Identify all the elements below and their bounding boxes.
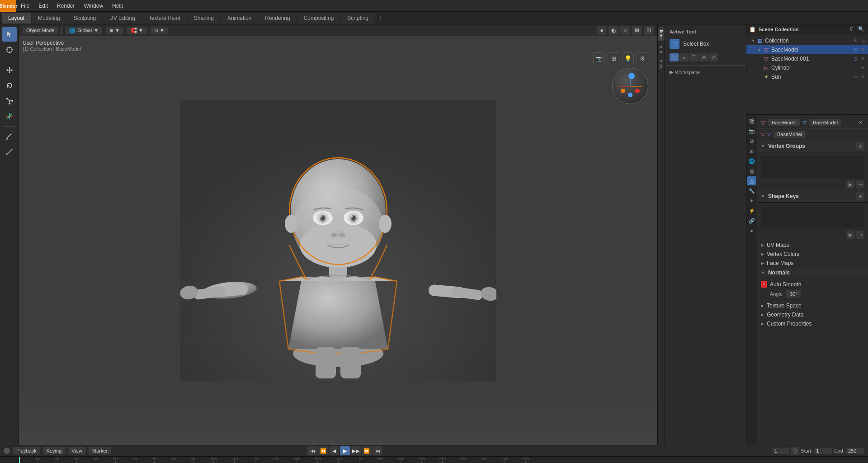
auto-smooth-checkbox[interactable]: ✓ [761, 281, 767, 288]
prev-keyframe-button[interactable]: ⏪ [318, 446, 328, 455]
n-tab-item[interactable]: Item [658, 27, 665, 41]
step-back-button[interactable]: ◀ [329, 446, 339, 455]
grid-view-button[interactable]: ⊞ [608, 52, 619, 64]
record-button[interactable] [4, 448, 10, 454]
vertex-groups-add-button[interactable]: + [856, 142, 864, 150]
custom-properties-section-header[interactable]: ▶ Custom Properties [757, 319, 868, 328]
tool-rotate[interactable] [2, 78, 17, 93]
menu-edit[interactable]: Edit [34, 0, 52, 11]
tool-move[interactable] [2, 63, 17, 77]
sun-vis[interactable]: 👁 [860, 74, 866, 80]
step-forward-button[interactable]: ▶▶ [351, 446, 361, 455]
geometry-data-section-header[interactable]: ▶ Geometry Data [757, 310, 868, 319]
tab-layout[interactable]: Layout [2, 13, 31, 24]
play-button[interactable]: ▶ [340, 446, 350, 455]
viewport-xray-button[interactable]: ⊡ [644, 26, 654, 35]
view-button[interactable]: View [68, 447, 86, 454]
bm001-filter[interactable]: ▽ [853, 56, 859, 62]
angle-value[interactable]: 30° [786, 290, 801, 298]
shape-keys-section-header[interactable]: ▼ Shape Keys + [757, 190, 868, 203]
props-tab-physics[interactable]: ⚡ [747, 206, 756, 215]
tool-annotate[interactable] [2, 129, 17, 144]
props-tab-view-layer[interactable]: ⊞ [747, 146, 756, 156]
viewport-shading-material[interactable]: ◐ [609, 26, 618, 35]
props-tab-object[interactable]: ▧ [747, 166, 756, 175]
end-frame-input[interactable]: 250 [846, 448, 864, 454]
navigation-gizmo[interactable] [612, 68, 648, 104]
tool-scale[interactable] [2, 94, 17, 108]
n-tab-tool[interactable]: Tool [658, 42, 665, 56]
shape-keys-add-button[interactable]: + [856, 192, 864, 200]
expand-basemodel[interactable]: ▼ [756, 47, 763, 53]
tree-item-sun[interactable]: ☀ Sun ⚙ 👁 [746, 72, 868, 81]
props-tab-scene[interactable]: 🎬 [747, 117, 756, 126]
proportional-edit-button[interactable]: ⊙ ▼ [151, 27, 168, 34]
props-tab-particles[interactable]: ✦ [747, 196, 756, 205]
playback-button[interactable]: Playback [13, 447, 40, 454]
jump-start-button[interactable]: ⏮ [307, 446, 317, 455]
select-mode-box[interactable]: ⬚ [670, 53, 679, 61]
n-tab-view[interactable]: View [658, 57, 665, 72]
select-mode-circle[interactable]: ○ [679, 53, 689, 61]
props-close-button[interactable]: ✕ [856, 118, 864, 127]
workspace-section[interactable]: ▶ Workspace [665, 67, 746, 77]
basemodel-visibility[interactable]: 👁 [860, 47, 866, 53]
tab-uv-editing[interactable]: UV Editing [103, 13, 142, 24]
select-mode-lasso[interactable]: ⌒ [689, 53, 698, 61]
tab-scripting[interactable]: Scripting [341, 13, 375, 24]
sk-btn-1[interactable]: ▶ [846, 231, 854, 239]
select-mode-extra1[interactable]: ⊕ [699, 53, 708, 61]
outliner-filter-button[interactable]: ⊽ [847, 25, 855, 33]
settings-button[interactable]: ⚙ [637, 52, 648, 64]
sun-gear[interactable]: ⚙ [853, 74, 859, 80]
object-mode-button[interactable]: Object Mode [23, 27, 58, 34]
props-tab-constraints[interactable]: 🔗 [747, 216, 756, 225]
select-box-item[interactable]: ⬚ Select Box [665, 36, 746, 52]
keying-button[interactable]: Keying [43, 447, 66, 454]
tree-item-collection[interactable]: ▼ ▦ Collection 👁 ⊕ [746, 36, 868, 45]
tree-item-cylinder[interactable]: ▷ Cylinder 👁 [746, 63, 868, 72]
viewport-overlays-button[interactable]: ⊞ [632, 26, 642, 35]
props-tab-modifier[interactable]: 🔧 [747, 186, 756, 195]
tab-compositing[interactable]: Compositing [297, 13, 340, 24]
model-area[interactable]: User Perspective (1) Collection | BaseMo… [19, 36, 657, 445]
3d-viewport[interactable]: Object Mode 🌐 Global ▼ ⊕ ▼ 🧲 ▼ ⊙ ▼ ● ◐ ○… [19, 24, 657, 445]
props-tab-mesh[interactable]: △ [747, 176, 756, 185]
timeline-ruler[interactable]: 1 10 20 30 40 50 60 70 80 90 100 110 120… [0, 457, 868, 463]
tree-item-basemodel[interactable]: ▼ ▽ BaseModel ▽ 👁 [746, 45, 868, 54]
tool-cursor[interactable] [2, 43, 17, 57]
props-obj-name-btn-2[interactable]: BaseModel [774, 131, 806, 138]
expand-collection[interactable]: ▼ [750, 38, 756, 44]
props-obj-name-button[interactable]: BaseModel [768, 119, 800, 126]
current-frame-input[interactable]: 1 [773, 448, 789, 454]
sk-btn-2[interactable]: ⊸ [856, 231, 864, 239]
vertex-colors-section-header[interactable]: ▶ Vertex Colors [757, 250, 868, 259]
bm001-vis[interactable]: 👁 [860, 56, 866, 62]
menu-window[interactable]: Window [79, 0, 108, 11]
vertex-groups-section-header[interactable]: ▼ Vertex Groups + [757, 140, 868, 152]
props-tab-material[interactable]: ● [747, 226, 756, 235]
viewport-shading-rendered[interactable]: ○ [620, 26, 630, 35]
tool-measure[interactable] [2, 145, 17, 159]
tab-shading[interactable]: Shading [188, 13, 220, 24]
select-mode-extra2[interactable]: ⊙ [709, 53, 718, 61]
jump-end-button[interactable]: ⏭ [373, 446, 382, 455]
tab-rendering[interactable]: Rendering [259, 13, 296, 24]
snap-button[interactable]: 🧲 ▼ [127, 27, 147, 34]
outliner-search-button[interactable]: 🔍 [857, 25, 865, 33]
menu-file[interactable]: File [16, 0, 34, 11]
visibility-icon[interactable]: 👁 [853, 38, 859, 44]
tab-animation[interactable]: Animation [221, 13, 258, 24]
light-button[interactable]: 💡 [622, 52, 634, 64]
tool-transform[interactable] [2, 109, 17, 123]
tab-sculpting[interactable]: Sculpting [67, 13, 102, 24]
normals-section-header[interactable]: ▼ Normals [757, 268, 868, 278]
menu-help[interactable]: Help [108, 0, 128, 11]
global-transform-button[interactable]: 🌐 Global ▼ [66, 27, 102, 34]
camera-view-button[interactable]: 📷 [593, 52, 605, 64]
tree-item-basemodel-001[interactable]: ▽ BaseModel.001 ▽ 👁 [746, 54, 868, 63]
props-tab-render[interactable]: 📷 [747, 127, 756, 136]
face-maps-section-header[interactable]: ▶ Face Maps [757, 259, 868, 268]
tab-modeling[interactable]: Modeling [32, 13, 66, 24]
cyl-vis[interactable]: 👁 [860, 65, 866, 71]
